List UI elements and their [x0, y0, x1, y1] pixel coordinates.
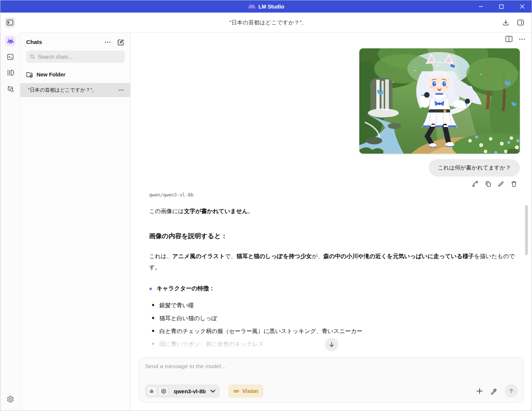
chat-title: "日本の首都はどこですか？", [0, 13, 532, 33]
chat-more-icon[interactable] [519, 38, 525, 40]
navigation-rail [0, 33, 20, 411]
model-search-icon [7, 85, 14, 92]
copy-icon[interactable] [485, 181, 491, 187]
terminal-icon [7, 54, 14, 60]
assistant-bullet-item: 白と青のチェック柄の服（セーラー風）に黒いストッキング、青いスニーカー [159, 327, 515, 335]
eject-icon [149, 388, 154, 394]
split-view-icon[interactable] [505, 36, 512, 42]
rail-item-chat[interactable] [5, 36, 15, 46]
message-composer: qwen3-vl-8b Vision [139, 357, 524, 403]
send-button[interactable] [505, 384, 518, 398]
app-brand: LM Studio [248, 4, 284, 10]
vision-badge-label: Vision [242, 388, 258, 394]
rail-item-settings[interactable] [5, 394, 15, 404]
chat-search-box[interactable] [26, 51, 125, 63]
gear-icon [7, 395, 14, 403]
message-actions [472, 181, 517, 187]
download-icon[interactable] [501, 17, 511, 28]
vision-capability-badge: Vision [228, 384, 263, 398]
sidebar-title: Chats [26, 39, 103, 45]
assistant-paragraph: これは、アニメ風のイラストで、猫耳と猫のしっぽを持つ少女が、森の中の小川や滝の近… [149, 251, 515, 273]
rail-item-developer[interactable] [5, 52, 15, 62]
attach-plus-icon[interactable] [476, 388, 483, 394]
title-bar: LM Studio [0, 0, 532, 13]
edit-icon[interactable] [498, 181, 504, 187]
model-selector[interactable]: qwen3-vl-8b [145, 384, 220, 398]
rail-item-discover[interactable] [5, 83, 15, 94]
assistant-bullet-item: 猫耳と白い猫のしっぽ [159, 314, 515, 322]
rail-item-my-models[interactable] [5, 68, 15, 78]
maximize-button[interactable] [491, 0, 512, 13]
assistant-diamond-bullet: ◆キャラクターの特徴： [149, 285, 515, 292]
chat-robot-icon [7, 39, 14, 44]
search-input[interactable] [38, 54, 121, 60]
anime-illustration [359, 48, 520, 154]
model-settings-button[interactable] [158, 386, 169, 396]
sidebar-toggle-button[interactable] [5, 17, 15, 28]
loaded-model-label: qwen3-vl-8b [174, 388, 206, 394]
message-input[interactable] [145, 363, 517, 379]
composer-toolbar: qwen3-vl-8b Vision [145, 384, 518, 398]
chat-item-more-button[interactable] [117, 86, 125, 94]
branch-icon[interactable] [472, 181, 479, 187]
eye-icon [233, 389, 239, 394]
gear-icon [161, 388, 166, 394]
assistant-bullet-item: 銀髪で青い瞳 [159, 301, 515, 309]
chat-list-item[interactable]: "日本の首都はどこですか？", [20, 83, 130, 97]
chat-item-title: "日本の首都はどこですか？", [28, 87, 117, 93]
app-window: LM Studio "日本の首都はどこですか？", [0, 0, 532, 411]
tools-hammer-icon[interactable] [490, 388, 497, 395]
diamond-icon: ◆ [149, 286, 152, 291]
scroll-to-bottom-button[interactable] [325, 338, 338, 351]
models-stack-icon [7, 69, 14, 76]
lm-studio-logo-icon [248, 4, 255, 9]
folder-plus-icon [26, 72, 33, 78]
minimize-button[interactable] [470, 0, 491, 13]
new-chat-button[interactable] [115, 37, 126, 47]
app-title: LM Studio [258, 4, 284, 10]
chats-sidebar: Chats New Folder [20, 33, 131, 411]
sidebar-more-button[interactable] [103, 37, 113, 47]
assistant-message-body: この画像には文字が書かれていません。画像の内容を説明すると：これは、アニメ風のイ… [149, 206, 515, 353]
user-attachment-image[interactable] [359, 48, 520, 154]
new-folder-button[interactable]: New Folder [26, 70, 65, 79]
eject-model-button[interactable] [146, 386, 157, 396]
window-controls [470, 0, 532, 13]
assistant-paragraph: この画像には文字が書かれていません。 [149, 206, 515, 217]
chat-header: "日本の首都はどこですか？", [0, 13, 532, 33]
close-button[interactable] [512, 0, 532, 13]
right-panel-toggle-icon[interactable] [515, 17, 526, 28]
chat-view-toolbar [505, 36, 525, 42]
scrollbar-thumb[interactable] [525, 205, 528, 255]
composer-right-actions [476, 384, 518, 398]
user-message-bubble: これは何が書かれてますか？ [429, 159, 520, 177]
new-folder-label: New Folder [37, 72, 65, 78]
assistant-model-name: qwen/qwen3-vl-8b [149, 192, 193, 198]
assistant-heading: 画像の内容を説明すると： [149, 232, 515, 240]
search-icon [30, 54, 35, 59]
delete-icon[interactable] [511, 181, 517, 187]
chevron-down-icon [210, 390, 215, 393]
user-message-text: これは何が書かれてますか？ [438, 164, 511, 171]
